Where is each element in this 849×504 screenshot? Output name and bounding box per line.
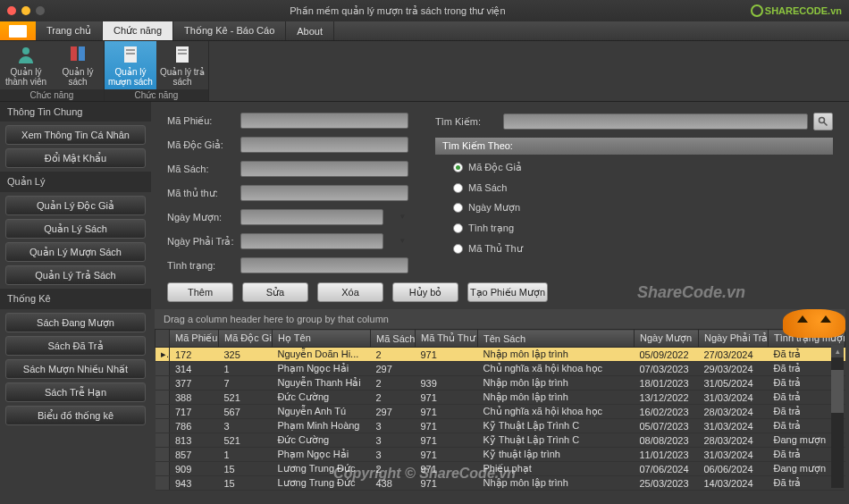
sidebar-item-sách-đang-mượn[interactable]: Sách Đang Mượn xyxy=(5,313,146,332)
window-close-dot[interactable] xyxy=(7,6,16,15)
field-input-0[interactable] xyxy=(240,113,408,129)
data-grid: Drag a column header here to group by th… xyxy=(155,309,845,500)
column-header[interactable]: Mã Phiếu xyxy=(170,330,219,348)
table-cell: Kỹ Thuật Lập Trình C xyxy=(478,419,635,433)
xóa-button[interactable]: Xóa xyxy=(317,282,383,302)
sidebar-item-biểu-đồ-thống-kê[interactable]: Biểu đồ thống kê xyxy=(5,406,146,425)
table-row[interactable]: 3141Phạm Ngọc Hải297Chủ nghĩa xã hội kho… xyxy=(156,362,845,376)
sidebar-section-header: Quản Lý xyxy=(0,172,151,192)
tab-about[interactable]: About xyxy=(286,21,334,40)
table-row[interactable]: 717567Nguyễn Anh Tú297971Chủ nghĩa xã hộ… xyxy=(156,405,845,419)
window-min-dot[interactable] xyxy=(21,6,30,15)
column-header[interactable]: Tên Sách xyxy=(478,330,635,348)
svg-rect-6 xyxy=(178,53,187,55)
watermark: ShareCode.vn xyxy=(637,283,745,302)
ribbon: Quản lý thành viênQuản lý sáchChức năngQ… xyxy=(0,41,849,102)
ribbon-quản-lý-sách[interactable]: Quản lý sách xyxy=(52,41,104,89)
sửa-button[interactable]: Sửa xyxy=(242,282,308,302)
search-input[interactable] xyxy=(503,113,808,130)
table-row[interactable]: ▸172325Nguyễn Doãn Hi...2971Nhập môn lập… xyxy=(156,348,845,362)
column-header[interactable]: Họ Tên xyxy=(273,330,371,348)
radio-tình-trạng[interactable]: Tình trạng xyxy=(453,223,815,234)
table-cell: 943 xyxy=(170,476,219,491)
table-row[interactable]: 8571Phạm Ngọc Hải3971Kỹ thuật lập trình1… xyxy=(156,448,845,462)
column-header[interactable]: Ngày Phải Trả xyxy=(699,330,769,348)
table-cell: Đức Cường xyxy=(273,433,371,448)
sidebar-item-sách-trễ-hạn[interactable]: Sách Trễ Hạn xyxy=(5,382,146,402)
table-row[interactable]: 94315Lương Trung Đức438971Nhập môn lập t… xyxy=(156,476,845,491)
app-menu-button[interactable] xyxy=(0,21,36,40)
radio-ngày-mượn[interactable]: Ngày Mượn xyxy=(453,202,815,214)
sidebar-item-đổi-mật-khẩu[interactable]: Đổi Mật Khẩu xyxy=(5,148,146,168)
table-cell: 2 xyxy=(371,462,416,476)
sidebar-item-quản-lý-mượn-sách[interactable]: Quản Lý Mượn Sách xyxy=(5,242,146,262)
field-input-2[interactable] xyxy=(240,161,408,177)
tab-chức-năng[interactable]: Chức năng xyxy=(103,21,173,40)
field-label: Mã Độc Giả: xyxy=(167,139,235,151)
ribbon-quản-lý-mượn-sách[interactable]: Quản lý mượn sách xyxy=(105,41,156,89)
field-input-4[interactable] xyxy=(240,209,383,225)
tạo-phiếu-mượn-button[interactable]: Tạo Phiếu Mượn xyxy=(467,282,548,302)
table-row[interactable]: 90915Lương Trung Đức2971Phiếu phạt07/06/… xyxy=(156,462,845,476)
table-cell: Nhập môn lập trình xyxy=(478,476,635,491)
table-cell: 31/03/2024 xyxy=(699,391,769,405)
search-by-title: Tìm Kiếm Theo: xyxy=(435,138,833,155)
window-max-dot[interactable] xyxy=(36,6,45,15)
sidebar-item-quản-lý-độc-giả[interactable]: Quản Lý Độc Giả xyxy=(5,196,146,215)
vertical-scrollbar[interactable]: ▴ xyxy=(831,345,844,488)
column-header[interactable]: Mã Thủ Thư xyxy=(416,330,478,348)
field-label: Ngày Mượn: xyxy=(167,212,235,223)
column-header[interactable]: Mã Sách xyxy=(371,330,416,348)
sidebar-item-sách-mượn-nhiều-nhất[interactable]: Sách Mượn Nhiều Nhất xyxy=(5,359,146,379)
radio-icon xyxy=(453,244,463,254)
radio-mã-độc-giả[interactable]: Mã Độc Giả xyxy=(453,162,815,173)
column-header[interactable]: Mã Độc Giả xyxy=(219,330,273,348)
grid-group-panel[interactable]: Drag a column header here to group by th… xyxy=(155,309,845,329)
table-cell: 16/02/2023 xyxy=(635,405,699,419)
table-cell: 971 xyxy=(416,462,478,476)
chevron-down-icon[interactable]: ▾ xyxy=(400,212,405,221)
thêm-button[interactable]: Thêm xyxy=(167,282,233,302)
search-label: Tìm Kiếm: xyxy=(435,116,498,128)
table-row[interactable]: 3777Nguyễn Thanh Hải2939Nhập môn lập trì… xyxy=(156,376,845,391)
table-cell: 438 xyxy=(371,476,416,491)
table-cell: 813 xyxy=(170,433,219,448)
field-input-5[interactable] xyxy=(240,233,383,249)
table-row[interactable]: 388521Đức Cường2971Nhập môn lập trình13/… xyxy=(156,391,845,405)
sidebar-item-xem-thông-tin-cá-nhân[interactable]: Xem Thông Tin Cá Nhân xyxy=(5,125,146,145)
radio-mã-thủ-thư[interactable]: Mã Thủ Thư xyxy=(453,243,815,255)
radio-icon xyxy=(453,203,463,213)
sidebar-item-quản-lý-trả-sách[interactable]: Quản Lý Trả Sách xyxy=(5,265,146,285)
sidebar-item-sách-đã-trả[interactable]: Sách Đã Trả xyxy=(5,336,146,356)
resize-handle-icon[interactable]: ⋮ xyxy=(175,241,183,250)
radio-label: Mã Thủ Thư xyxy=(468,243,523,255)
sidebar-item-quản-lý-sách[interactable]: Quản Lý Sách xyxy=(5,219,146,239)
table-row[interactable]: 7863Phạm Minh Hoàng3971Kỹ Thuật Lập Trìn… xyxy=(156,419,845,433)
tab-thống-kê---báo-cáo[interactable]: Thống Kê - Báo Cáo xyxy=(173,21,286,40)
column-header[interactable]: Ngày Mượn xyxy=(635,330,699,348)
tab-trang-chủ[interactable]: Trang chủ xyxy=(36,21,103,40)
search-button[interactable] xyxy=(813,113,833,130)
hủy-bỏ-button[interactable]: Hủy bỏ xyxy=(392,282,458,302)
table-cell: 28/03/2024 xyxy=(699,405,769,419)
table-cell: 11/01/2023 xyxy=(635,448,699,462)
svg-rect-3 xyxy=(126,53,135,55)
ribbon-quản-lý-trả-sách[interactable]: Quản lý trả sách xyxy=(156,41,208,89)
svg-rect-2 xyxy=(126,49,135,51)
table-cell: 3 xyxy=(371,419,416,433)
table-cell: 18/01/2023 xyxy=(635,376,699,391)
table-cell: 2 xyxy=(371,391,416,405)
field-input-6[interactable] xyxy=(240,257,408,273)
radio-mã-sách[interactable]: Mã Sách xyxy=(453,182,815,193)
table-row[interactable]: 813521Đức Cường3971Kỹ Thuật Lập Trình C0… xyxy=(156,433,845,448)
chevron-down-icon[interactable]: ▾ xyxy=(400,236,405,245)
table-cell: 521 xyxy=(219,391,273,405)
table-cell: 786 xyxy=(170,419,219,433)
table-cell: 909 xyxy=(170,462,219,476)
field-input-3[interactable] xyxy=(240,185,408,201)
table-cell: Nhập môn lập trình xyxy=(478,391,635,405)
ribbon-quản-lý-thành-viên[interactable]: Quản lý thành viên xyxy=(0,41,52,89)
table-cell: Lương Trung Đức xyxy=(273,476,371,491)
table-cell: 2 xyxy=(371,348,416,362)
field-input-1[interactable] xyxy=(240,137,408,153)
